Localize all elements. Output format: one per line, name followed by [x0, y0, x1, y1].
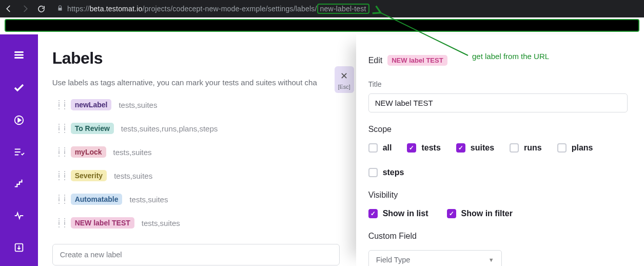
- visibility-option-label: Show in list: [383, 209, 428, 218]
- label-chip[interactable]: myLock: [71, 146, 106, 158]
- custom-field-heading: Custom Field: [368, 232, 628, 241]
- label-row[interactable]: ⋮⋮⋮⋮To Reviewtests,suites,runs,plans,ste…: [55, 123, 340, 134]
- scope-option-label: plans: [572, 143, 593, 153]
- url-domain: beta.testomat.io: [90, 5, 143, 13]
- scope-option-label: all: [383, 143, 392, 153]
- scope-heading: Scope: [368, 125, 628, 134]
- drag-handle-icon[interactable]: ⋮⋮⋮⋮: [55, 148, 64, 156]
- page-title: Labels: [52, 49, 340, 68]
- drag-handle-icon[interactable]: ⋮⋮⋮⋮: [55, 219, 64, 226]
- checkbox[interactable]: [407, 143, 416, 153]
- label-chip[interactable]: To Review: [71, 123, 114, 134]
- label-scope: tests,suites: [129, 195, 168, 204]
- label-row[interactable]: ⋮⋮⋮⋮Automatabletests,suites: [55, 194, 340, 205]
- scope-option-label: tests: [421, 143, 440, 153]
- svg-rect-1: [14, 51, 24, 53]
- label-scope: tests,suites: [113, 148, 152, 157]
- label-row[interactable]: ⋮⋮⋮⋮myLocktests,suites: [55, 146, 340, 158]
- label-chip[interactable]: Automatable: [71, 194, 123, 205]
- scope-option-plans[interactable]: plans: [557, 143, 593, 153]
- create-label-placeholder: Create a new label: [60, 251, 122, 259]
- checkbox[interactable]: [368, 168, 378, 177]
- checkbox[interactable]: [447, 209, 456, 218]
- label-scope: tests,suites: [114, 172, 152, 180]
- field-type-placeholder: Field Type: [376, 256, 411, 264]
- page-hint: Use labels as tags alternative, you can …: [52, 78, 340, 87]
- labels-list: ⋮⋮⋮⋮newLabeltests,suites⋮⋮⋮⋮To Reviewtes…: [52, 99, 340, 229]
- visibility-heading: Visibility: [368, 191, 628, 200]
- close-panel-button[interactable]: ✕ [Esc]: [335, 66, 354, 93]
- sidebar-nav: [0, 34, 38, 266]
- label-scope: tests,suites,runs,plans,steps: [121, 124, 218, 133]
- nav-back-icon[interactable]: [4, 4, 13, 13]
- import-icon[interactable]: [13, 242, 25, 253]
- redacted-toolbar: [5, 19, 639, 32]
- label-chip[interactable]: Severity: [71, 170, 107, 181]
- scope-option-all[interactable]: all: [368, 143, 392, 153]
- scope-option-label: runs: [524, 143, 542, 153]
- scope-option-label: suites: [471, 143, 494, 153]
- close-icon: ✕: [340, 70, 348, 82]
- label-scope: tests,suites: [119, 101, 157, 109]
- label-row[interactable]: ⋮⋮⋮⋮NEW label TESTtests,suites: [55, 217, 340, 229]
- svg-rect-3: [14, 57, 24, 59]
- address-bar[interactable]: https://beta.testomat.io/projects/codece…: [67, 4, 369, 14]
- label-row[interactable]: ⋮⋮⋮⋮Severitytests,suites: [55, 170, 340, 181]
- scope-options: alltestssuitesrunsplanssteps: [368, 143, 628, 177]
- list-check-icon[interactable]: [13, 146, 25, 158]
- label-row[interactable]: ⋮⋮⋮⋮newLabeltests,suites: [55, 99, 340, 110]
- nav-forward-icon: [21, 4, 30, 13]
- drag-handle-icon[interactable]: ⋮⋮⋮⋮: [55, 125, 64, 132]
- visibility-option[interactable]: Show in filter: [447, 209, 513, 218]
- checkbox[interactable]: [510, 143, 519, 153]
- close-esc-label: [Esc]: [338, 84, 350, 90]
- label-chip[interactable]: newLabel: [71, 99, 112, 110]
- svg-rect-2: [14, 54, 24, 56]
- edit-label-badge: NEW label TEST: [387, 55, 447, 66]
- edit-panel: Edit NEW label TEST Title Scope alltests…: [356, 34, 644, 266]
- checkbox[interactable]: [368, 143, 378, 153]
- drag-handle-icon[interactable]: ⋮⋮⋮⋮: [55, 172, 64, 179]
- pulse-icon[interactable]: [13, 210, 25, 221]
- visibility-options: Show in listShow in filter: [368, 209, 628, 218]
- browser-top-bar: https://beta.testomat.io/projects/codece…: [0, 0, 644, 17]
- lock-icon: [57, 5, 63, 13]
- scope-option-label: steps: [383, 168, 404, 177]
- visibility-option-label: Show in filter: [461, 209, 513, 218]
- checkbox[interactable]: [456, 143, 465, 153]
- scope-option-runs[interactable]: runs: [510, 143, 542, 153]
- checkbox[interactable]: [557, 143, 567, 153]
- checkbox[interactable]: [368, 209, 378, 218]
- scope-option-tests[interactable]: tests: [407, 143, 440, 153]
- steps-icon[interactable]: [13, 178, 25, 189]
- edit-heading: Edit: [368, 56, 383, 65]
- title-field-label: Title: [368, 80, 628, 88]
- chevron-down-icon: ▼: [489, 257, 494, 263]
- menu-icon[interactable]: [13, 49, 25, 61]
- play-circle-icon[interactable]: [13, 115, 25, 126]
- nav-reload-icon[interactable]: [37, 5, 46, 13]
- drag-handle-icon[interactable]: ⋮⋮⋮⋮: [55, 101, 64, 108]
- drag-handle-icon[interactable]: ⋮⋮⋮⋮: [55, 196, 64, 203]
- annotation-text: get label from the URL: [472, 52, 549, 61]
- title-input[interactable]: [368, 93, 628, 112]
- url-path: /projects/codecept-new-mode-exmple/setti…: [142, 5, 317, 13]
- visibility-option[interactable]: Show in list: [368, 209, 428, 218]
- main-content: Labels Use labels as tags alternative, y…: [38, 34, 356, 266]
- scope-option-suites[interactable]: suites: [456, 143, 494, 153]
- create-label-input[interactable]: Create a new label: [52, 244, 340, 265]
- check-icon[interactable]: [13, 82, 25, 94]
- scope-option-steps[interactable]: steps: [368, 168, 404, 177]
- field-type-select[interactable]: Field Type ▼: [368, 250, 502, 266]
- label-scope: tests,suites: [142, 219, 180, 227]
- url-highlight: new-label-test: [317, 4, 369, 14]
- label-chip[interactable]: NEW label TEST: [71, 217, 134, 229]
